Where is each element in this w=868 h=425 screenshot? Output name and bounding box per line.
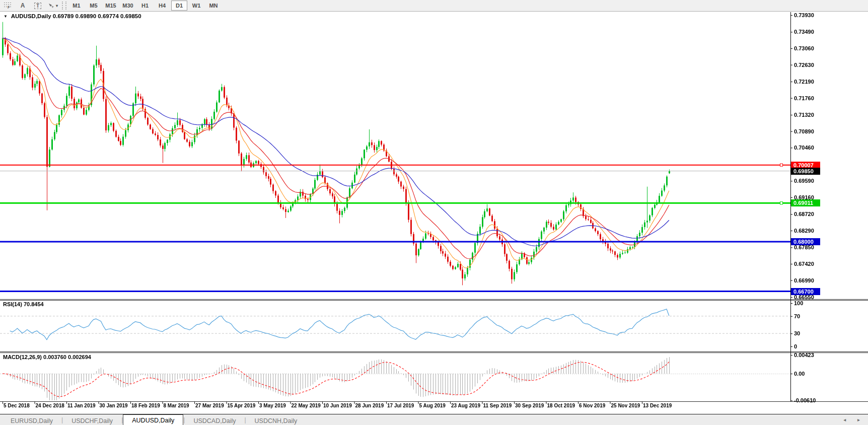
price-tick-label: 0.69590	[794, 178, 814, 184]
price-tick-label: 0.70890	[794, 128, 814, 134]
timeframe-button-m1[interactable]: M1	[68, 1, 85, 11]
date-tick-label: 10 Jun 2019	[323, 403, 352, 409]
date-tick-label: 24 Dec 2018	[36, 403, 64, 409]
toolbar-grip	[62, 2, 66, 10]
rsi-level-label: 70	[794, 313, 800, 319]
price-tick-label: 0.71760	[794, 95, 814, 101]
price-tick-label: 0.66550	[794, 294, 814, 300]
price-tick-label: 0.73060	[794, 45, 814, 51]
price-tick-label: 0.71320	[794, 112, 814, 118]
date-tick-label: 3 May 2019	[259, 403, 286, 409]
price-tick-label: 0.67850	[794, 244, 814, 250]
date-tick-label: 18 Feb 2019	[131, 403, 160, 409]
hline-price-badge: 0.66700	[791, 288, 820, 295]
collapse-triangle-icon[interactable]: ▼	[4, 14, 8, 19]
date-tick-label: 5 Dec 2018	[4, 403, 30, 409]
timeframe-button-w1[interactable]: W1	[188, 1, 204, 11]
price-tick-label: 0.72630	[794, 62, 814, 68]
date-tick-label: 11 Jan 2019	[67, 403, 96, 409]
tab-scroll-left-icon[interactable]: ◂	[843, 417, 851, 422]
date-tick-label: 17 Jul 2019	[387, 403, 414, 409]
bid-price-badge: 0.69850	[791, 168, 820, 175]
timeframe-button-m15[interactable]: M15	[103, 1, 119, 11]
date-tick-label: 18 Oct 2019	[547, 403, 575, 409]
rsi-level-label: 100	[794, 300, 803, 306]
date-tick-label: 13 Dec 2019	[643, 403, 672, 409]
arrows-tool-button[interactable]: ▾	[46, 0, 60, 11]
chart-title-symbol: AUDUSD,Daily	[11, 13, 51, 19]
text-a-tool-button[interactable]: A	[16, 0, 30, 11]
svg-text:F: F	[8, 6, 10, 9]
price-chart-canvas[interactable]	[0, 0, 868, 414]
price-tick-label: 0.70460	[794, 145, 814, 151]
text-label-tool-button[interactable]: T	[31, 0, 45, 11]
date-tick-label: 30 Sep 2019	[515, 403, 544, 409]
price-tick-label: 0.67420	[794, 261, 814, 267]
fibo-grid-tool-button[interactable]: F	[1, 0, 15, 11]
timeframe-button-d1[interactable]: D1	[171, 1, 187, 11]
symbol-tab-audusd[interactable]: AUDUSD,Daily	[123, 414, 183, 425]
date-tick-label: 22 May 2019	[292, 403, 321, 409]
hline-price-badge: 0.68000	[791, 238, 820, 245]
chart-title-ohlc: 0.69789 0.69890 0.69774 0.69850	[53, 13, 141, 19]
arrows-icon	[48, 3, 55, 9]
date-tick-label: 28 Jun 2019	[355, 403, 384, 409]
price-tick-label: 0.73930	[794, 12, 814, 18]
timeframe-button-m5[interactable]: M5	[86, 1, 102, 11]
timeframe-button-h1[interactable]: H1	[137, 1, 153, 11]
rsi-indicator-label: RSI(14) 70.8454	[3, 301, 44, 307]
timeframe-button-group: M1M5M15M30H1H4D1W1MN	[68, 1, 222, 11]
date-tick-label: 25 Nov 2019	[611, 403, 640, 409]
hline-price-badge: 0.69011	[791, 199, 820, 206]
symbol-tab-bar: EURUSD,Daily|USDCHF,Daily|AUDUSD,Daily|U…	[0, 414, 868, 425]
timeframe-button-mn[interactable]: MN	[205, 1, 222, 11]
symbol-tab-usdchf[interactable]: USDCHF,Daily	[63, 416, 121, 425]
date-tick-label: 27 Mar 2019	[195, 403, 224, 409]
symbol-tab-usdcad[interactable]: USDCAD,Daily	[185, 416, 244, 425]
toolbar: F A T ▾ M1M5M15M30H1H4D1W1MN	[0, 0, 868, 12]
chevron-down-icon: ▾	[56, 4, 58, 8]
macd-level-label: -0.00610	[794, 397, 816, 403]
date-tick-label: 15 Apr 2019	[228, 403, 256, 409]
symbol-tab-usdcnh[interactable]: USDCNH,Daily	[246, 416, 306, 425]
letter-a-icon: A	[21, 2, 25, 9]
price-tick-label: 0.66990	[794, 277, 814, 284]
fibo-grid-icon: F	[4, 2, 12, 9]
price-tick-label: 0.68290	[794, 228, 814, 234]
macd-level-label: 0.00423	[794, 352, 814, 358]
tab-scroll-arrows: ◂ ▸	[843, 417, 865, 422]
date-tick-label: 11 Sep 2019	[483, 403, 512, 409]
rsi-level-label: 0	[794, 343, 797, 349]
symbol-tab-eurusd[interactable]: EURUSD,Daily	[2, 416, 61, 425]
date-tick-label: 6 Nov 2019	[579, 403, 605, 409]
date-tick-label: 5 Aug 2019	[419, 403, 446, 409]
date-tick-label: 8 Mar 2019	[164, 403, 189, 409]
timeframe-button-m30[interactable]: M30	[120, 1, 136, 11]
rsi-level-label: 30	[794, 330, 800, 336]
chart-title: ▼ AUDUSD,Daily 0.69789 0.69890 0.69774 0…	[4, 13, 141, 19]
price-tick-label: 0.72190	[794, 79, 814, 85]
timeframe-button-h4[interactable]: H4	[154, 1, 170, 11]
date-tick-label: 30 Jan 2019	[100, 403, 128, 409]
macd-level-label: 0.00	[794, 371, 805, 377]
price-tick-label: 0.73490	[794, 29, 814, 35]
date-tick-label: 23 Aug 2019	[451, 403, 480, 409]
mt4-window: F A T ▾ M1M5M15M30H1H4D1W1MN ▼ AUDUSD,Da…	[0, 0, 868, 425]
text-label-icon: T	[34, 3, 41, 9]
macd-indicator-label: MACD(12,26,9) 0.003760 0.002694	[3, 354, 91, 360]
price-tick-label: 0.68720	[794, 211, 814, 217]
tab-scroll-right-icon[interactable]: ▸	[857, 417, 865, 422]
